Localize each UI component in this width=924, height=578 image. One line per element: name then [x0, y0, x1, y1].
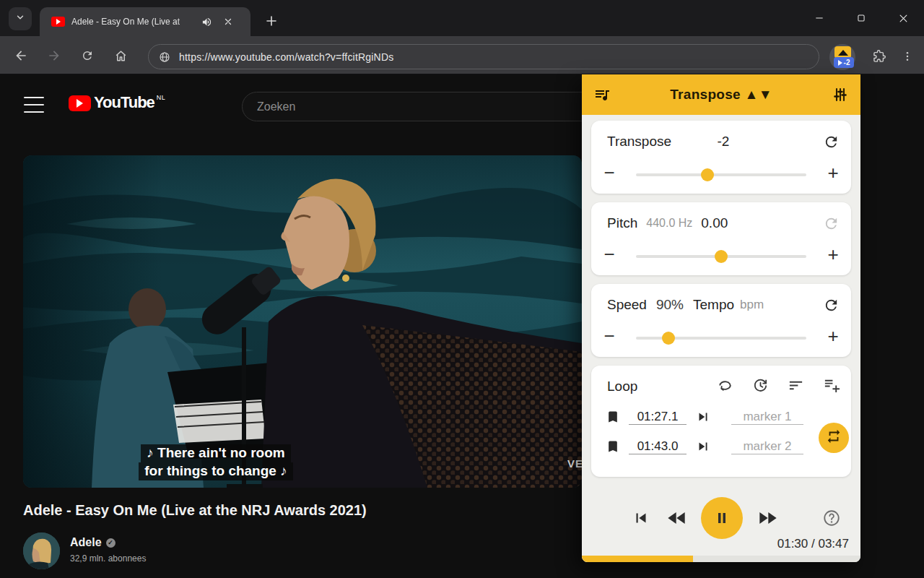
bookmark-icon[interactable]	[606, 439, 620, 454]
loop-card: Loop	[591, 366, 851, 477]
loop-label: Loop	[607, 379, 637, 394]
marker2-skip-to-icon[interactable]	[695, 439, 711, 454]
video-player[interactable]: ♪ There ain't no room for things to chan…	[23, 155, 582, 488]
title-bar: Adele - Easy On Me (Live at	[0, 0, 924, 36]
pitch-reset-icon[interactable]	[823, 215, 840, 232]
help-icon[interactable]	[821, 508, 842, 528]
popup-title: Transpose ▲▼	[670, 87, 772, 103]
speed-plus-button[interactable]: +	[821, 324, 845, 348]
address-bar[interactable]: https://www.youtube.com/watch?v=ffcitRgi…	[148, 44, 819, 69]
speed-label: Speed	[607, 297, 647, 313]
verified-badge-icon: ✓	[106, 538, 116, 548]
transpose-value: -2	[607, 134, 840, 150]
loop-marker-row-1	[591, 405, 851, 429]
new-tab-button[interactable]	[260, 9, 283, 33]
marker2-name-input[interactable]	[731, 439, 803, 454]
extension-badge: -2	[834, 57, 854, 68]
caption-line-1: ♪ There ain't no room	[141, 444, 290, 462]
speed-slider-thumb[interactable]	[662, 332, 675, 345]
reload-button[interactable]	[76, 44, 99, 67]
video-frame	[23, 155, 582, 488]
speed-card: Speed 90% Tempo bpm − +	[591, 284, 851, 357]
transpose-card: Transpose -2 − +	[591, 121, 851, 194]
menu-hamburger-icon[interactable]	[24, 97, 44, 113]
video-captions: ♪ There ain't no room for things to chan…	[23, 444, 409, 480]
loop-sort-icon[interactable]	[788, 377, 804, 397]
youtube-logo[interactable]: YouTube NL	[69, 93, 165, 112]
tab-close-icon[interactable]	[221, 14, 235, 29]
tune-settings-icon[interactable]	[832, 86, 849, 103]
minimize-button[interactable]	[798, 0, 840, 36]
speed-slider[interactable]	[636, 337, 806, 340]
youtube-favicon-icon	[51, 17, 65, 27]
fast-forward-button[interactable]	[754, 505, 780, 531]
channel-name-row[interactable]: Adele ✓	[70, 536, 116, 549]
skip-previous-button[interactable]	[629, 506, 653, 530]
tab-audio-icon[interactable]	[201, 17, 212, 27]
speed-minus-button[interactable]: −	[597, 324, 622, 348]
transpose-extension-popup: Transpose ▲▼ Transpose -2 − +	[582, 74, 860, 562]
loop-mode-icon[interactable]	[717, 377, 733, 397]
loop-playlist-add-icon[interactable]	[823, 377, 840, 397]
transpose-plus-button[interactable]: +	[821, 161, 845, 184]
pitch-slider[interactable]	[636, 255, 806, 258]
pitch-plus-button[interactable]: +	[821, 243, 845, 266]
marker1-time-input[interactable]	[629, 410, 687, 425]
play-icon	[838, 60, 842, 66]
video-title: Adele - Easy On Me (Live at the NRJ Awar…	[23, 502, 367, 519]
caption-line-2: for things to change ♪	[139, 462, 292, 480]
extensions-puzzle-icon[interactable]	[867, 44, 892, 69]
pitch-minus-button[interactable]: −	[597, 243, 622, 266]
youtube-region-code: NL	[157, 94, 166, 101]
marker1-name-input[interactable]	[731, 410, 803, 425]
browser-tab[interactable]: Adele - Easy On Me (Live at	[40, 7, 250, 36]
transpose-slider-thumb[interactable]	[701, 168, 714, 181]
close-window-button[interactable]	[882, 0, 924, 36]
tab-search-button[interactable]	[9, 7, 32, 30]
subscriber-count: 32,9 mln. abonnees	[70, 553, 146, 564]
channel-name[interactable]: Adele	[70, 536, 102, 549]
speed-reset-icon[interactable]	[823, 297, 840, 314]
youtube-play-icon	[69, 95, 91, 111]
repeat-icon	[826, 428, 842, 447]
loop-toggle-button[interactable]	[819, 423, 849, 453]
browser-menu-icon[interactable]	[897, 44, 918, 69]
bookmark-icon[interactable]	[606, 410, 620, 424]
rewind-button[interactable]	[664, 505, 690, 531]
marker2-time-input[interactable]	[629, 439, 687, 454]
playback-progress-bar[interactable]	[582, 556, 860, 562]
search-input[interactable]	[257, 100, 632, 113]
queue-music-icon[interactable]	[593, 86, 611, 103]
loop-history-icon[interactable]	[752, 377, 769, 397]
pitch-slider-thumb[interactable]	[715, 250, 728, 263]
tempo-label: Tempo	[693, 297, 734, 313]
channel-avatar[interactable]	[23, 532, 60, 569]
vevo-watermark: VE	[567, 457, 582, 470]
playback-progress-fill	[582, 556, 693, 562]
pitch-value: 0.00	[701, 215, 728, 231]
home-button[interactable]	[109, 44, 132, 67]
window-controls	[798, 0, 924, 36]
youtube-wordmark: YouTube	[94, 93, 154, 112]
pitch-label: Pitch	[607, 215, 637, 231]
transpose-slider[interactable]	[636, 173, 806, 176]
tab-title: Adele - Easy On Me (Live at	[71, 17, 200, 27]
chevron-down-icon	[15, 12, 25, 25]
pause-button[interactable]	[701, 497, 743, 539]
globe-icon[interactable]	[159, 51, 170, 63]
playback-time: 01:30 / 03:47	[777, 537, 849, 551]
maximize-button[interactable]	[840, 0, 882, 36]
marker1-skip-to-icon[interactable]	[695, 409, 711, 425]
tempo-unit: bpm	[740, 298, 764, 312]
loop-marker-row-2	[591, 434, 851, 459]
pitch-card: Pitch 440.0 Hz 0.00 − +	[591, 202, 851, 275]
url-text[interactable]: https://www.youtube.com/watch?v=ffcitRgi…	[179, 51, 393, 63]
browser-window: Adele - Easy On Me (Live at	[0, 0, 924, 578]
pitch-reference: 440.0 Hz	[646, 217, 692, 230]
back-button[interactable]	[9, 44, 32, 67]
forward-button[interactable]	[43, 44, 66, 67]
popup-header: Transpose ▲▼	[582, 74, 860, 115]
transpose-minus-button[interactable]: −	[597, 161, 622, 184]
speed-value: 90%	[656, 297, 684, 313]
